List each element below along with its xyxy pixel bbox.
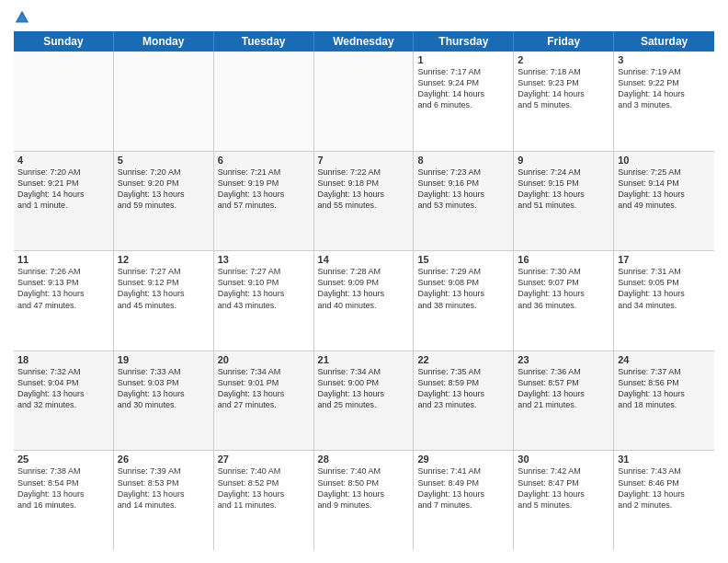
day-cell-27: 27Sunrise: 7:40 AM Sunset: 8:52 PM Dayli… [214, 451, 314, 550]
page: SundayMondayTuesdayWednesdayThursdayFrid… [0, 0, 728, 563]
day-cell-25: 25Sunrise: 7:38 AM Sunset: 8:54 PM Dayli… [14, 451, 114, 550]
day-cell-18: 18Sunrise: 7:32 AM Sunset: 9:04 PM Dayli… [14, 351, 114, 451]
header-day-saturday: Saturday [614, 31, 714, 52]
day-info: Sunrise: 7:40 AM Sunset: 8:52 PM Dayligh… [218, 465, 310, 511]
day-info: Sunrise: 7:27 AM Sunset: 9:12 PM Dayligh… [118, 266, 210, 311]
day-info: Sunrise: 7:38 AM Sunset: 8:54 PM Dayligh… [17, 465, 109, 511]
header-day-monday: Monday [114, 31, 214, 52]
day-info: Sunrise: 7:26 AM Sunset: 9:13 PM Dayligh… [17, 266, 109, 311]
day-cell-30: 30Sunrise: 7:42 AM Sunset: 8:47 PM Dayli… [514, 451, 614, 550]
day-number: 10 [618, 155, 711, 166]
day-cell-12: 12Sunrise: 7:27 AM Sunset: 9:12 PM Dayli… [114, 251, 214, 350]
day-number: 30 [518, 454, 609, 465]
week-row-1: 4Sunrise: 7:20 AM Sunset: 9:21 PM Daylig… [14, 152, 714, 252]
day-info: Sunrise: 7:17 AM Sunset: 9:24 PM Dayligh… [417, 66, 509, 111]
day-number: 11 [17, 254, 109, 265]
day-info: Sunrise: 7:19 AM Sunset: 9:22 PM Dayligh… [618, 66, 711, 111]
day-number: 14 [318, 254, 410, 265]
header-day-tuesday: Tuesday [214, 31, 314, 52]
day-info: Sunrise: 7:28 AM Sunset: 9:09 PM Dayligh… [318, 266, 410, 311]
calendar-header: SundayMondayTuesdayWednesdayThursdayFrid… [14, 31, 714, 52]
empty-cell [14, 52, 114, 151]
day-info: Sunrise: 7:21 AM Sunset: 9:19 PM Dayligh… [218, 167, 310, 212]
header-day-thursday: Thursday [414, 31, 514, 52]
day-info: Sunrise: 7:39 AM Sunset: 8:53 PM Dayligh… [118, 465, 210, 511]
day-info: Sunrise: 7:33 AM Sunset: 9:03 PM Dayligh… [118, 366, 210, 411]
day-info: Sunrise: 7:29 AM Sunset: 9:08 PM Dayligh… [417, 266, 509, 311]
day-info: Sunrise: 7:20 AM Sunset: 9:21 PM Dayligh… [17, 167, 109, 212]
day-cell-10: 10Sunrise: 7:25 AM Sunset: 9:14 PM Dayli… [614, 152, 714, 251]
week-row-4: 25Sunrise: 7:38 AM Sunset: 8:54 PM Dayli… [14, 451, 714, 550]
day-cell-24: 24Sunrise: 7:37 AM Sunset: 8:56 PM Dayli… [614, 351, 714, 451]
day-info: Sunrise: 7:22 AM Sunset: 9:18 PM Dayligh… [318, 167, 410, 212]
day-number: 29 [417, 454, 509, 465]
day-number: 6 [218, 155, 310, 166]
calendar: SundayMondayTuesdayWednesdayThursdayFrid… [14, 31, 714, 550]
day-cell-21: 21Sunrise: 7:34 AM Sunset: 9:00 PM Dayli… [314, 351, 415, 451]
day-info: Sunrise: 7:30 AM Sunset: 9:07 PM Dayligh… [518, 266, 609, 311]
day-cell-28: 28Sunrise: 7:40 AM Sunset: 8:50 PM Dayli… [314, 451, 415, 550]
day-info: Sunrise: 7:41 AM Sunset: 8:49 PM Dayligh… [417, 465, 509, 511]
day-cell-26: 26Sunrise: 7:39 AM Sunset: 8:53 PM Dayli… [114, 451, 214, 550]
day-info: Sunrise: 7:23 AM Sunset: 9:16 PM Dayligh… [417, 167, 509, 212]
header-day-sunday: Sunday [14, 31, 114, 52]
day-info: Sunrise: 7:34 AM Sunset: 9:01 PM Dayligh… [218, 366, 310, 411]
header-day-wednesday: Wednesday [314, 31, 415, 52]
day-cell-15: 15Sunrise: 7:29 AM Sunset: 9:08 PM Dayli… [414, 251, 514, 350]
day-cell-29: 29Sunrise: 7:41 AM Sunset: 8:49 PM Dayli… [414, 451, 514, 550]
day-number: 23 [518, 354, 609, 365]
day-cell-16: 16Sunrise: 7:30 AM Sunset: 9:07 PM Dayli… [514, 251, 614, 350]
day-cell-3: 3Sunrise: 7:19 AM Sunset: 9:22 PM Daylig… [614, 52, 714, 151]
day-number: 3 [618, 54, 711, 65]
day-number: 26 [118, 454, 210, 465]
day-number: 9 [518, 155, 609, 166]
day-number: 18 [17, 354, 109, 365]
day-info: Sunrise: 7:25 AM Sunset: 9:14 PM Dayligh… [618, 167, 711, 212]
day-number: 15 [417, 254, 509, 265]
day-number: 25 [17, 454, 109, 465]
day-cell-1: 1Sunrise: 7:17 AM Sunset: 9:24 PM Daylig… [414, 52, 514, 151]
day-info: Sunrise: 7:31 AM Sunset: 9:05 PM Dayligh… [618, 266, 711, 311]
logo [14, 9, 32, 26]
day-cell-6: 6Sunrise: 7:21 AM Sunset: 9:19 PM Daylig… [214, 152, 314, 251]
day-number: 27 [218, 454, 310, 465]
day-cell-7: 7Sunrise: 7:22 AM Sunset: 9:18 PM Daylig… [314, 152, 415, 251]
day-info: Sunrise: 7:37 AM Sunset: 8:56 PM Dayligh… [618, 366, 711, 411]
day-info: Sunrise: 7:43 AM Sunset: 8:46 PM Dayligh… [618, 465, 711, 511]
day-cell-8: 8Sunrise: 7:23 AM Sunset: 9:16 PM Daylig… [414, 152, 514, 251]
day-cell-5: 5Sunrise: 7:20 AM Sunset: 9:20 PM Daylig… [114, 152, 214, 251]
day-cell-17: 17Sunrise: 7:31 AM Sunset: 9:05 PM Dayli… [614, 251, 714, 350]
day-number: 2 [518, 54, 609, 65]
logo-icon [14, 9, 30, 26]
day-cell-20: 20Sunrise: 7:34 AM Sunset: 9:01 PM Dayli… [214, 351, 314, 451]
day-cell-13: 13Sunrise: 7:27 AM Sunset: 9:10 PM Dayli… [214, 251, 314, 350]
day-number: 24 [618, 354, 711, 365]
day-number: 21 [318, 354, 410, 365]
day-cell-2: 2Sunrise: 7:18 AM Sunset: 9:23 PM Daylig… [514, 52, 614, 151]
empty-cell [314, 52, 415, 151]
day-number: 16 [518, 254, 609, 265]
week-row-3: 18Sunrise: 7:32 AM Sunset: 9:04 PM Dayli… [14, 351, 714, 452]
day-number: 1 [417, 54, 509, 65]
header [14, 9, 714, 26]
day-info: Sunrise: 7:42 AM Sunset: 8:47 PM Dayligh… [518, 465, 609, 511]
day-number: 13 [218, 254, 310, 265]
day-number: 5 [118, 155, 210, 166]
day-number: 20 [218, 354, 310, 365]
empty-cell [114, 52, 214, 151]
day-info: Sunrise: 7:34 AM Sunset: 9:00 PM Dayligh… [318, 366, 410, 411]
day-info: Sunrise: 7:32 AM Sunset: 9:04 PM Dayligh… [17, 366, 109, 411]
day-number: 28 [318, 454, 410, 465]
day-number: 31 [618, 454, 711, 465]
day-number: 12 [118, 254, 210, 265]
day-cell-14: 14Sunrise: 7:28 AM Sunset: 9:09 PM Dayli… [314, 251, 415, 350]
day-number: 22 [417, 354, 509, 365]
day-info: Sunrise: 7:24 AM Sunset: 9:15 PM Dayligh… [518, 167, 609, 212]
day-cell-19: 19Sunrise: 7:33 AM Sunset: 9:03 PM Dayli… [114, 351, 214, 451]
day-number: 7 [318, 155, 410, 166]
day-cell-9: 9Sunrise: 7:24 AM Sunset: 9:15 PM Daylig… [514, 152, 614, 251]
header-day-friday: Friday [514, 31, 614, 52]
week-row-0: 1Sunrise: 7:17 AM Sunset: 9:24 PM Daylig… [14, 52, 714, 152]
day-cell-4: 4Sunrise: 7:20 AM Sunset: 9:21 PM Daylig… [14, 152, 114, 251]
calendar-body: 1Sunrise: 7:17 AM Sunset: 9:24 PM Daylig… [14, 52, 714, 550]
